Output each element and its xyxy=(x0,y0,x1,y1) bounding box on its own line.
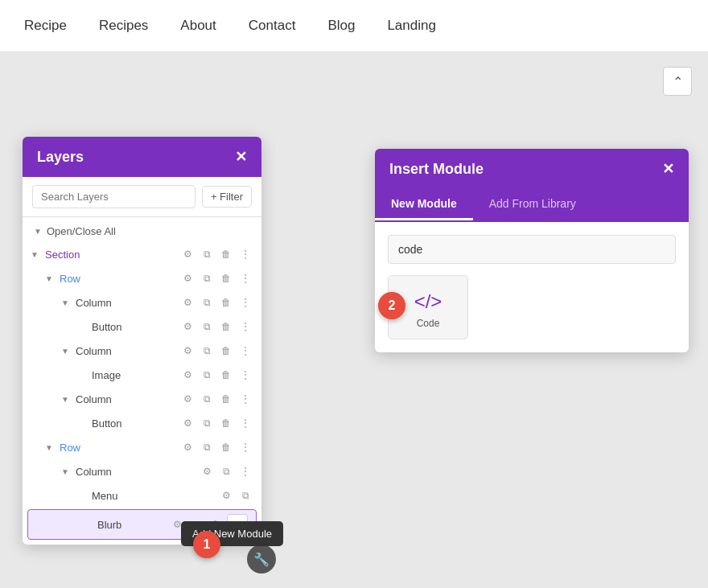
section-copy-icon[interactable]: ⧉ xyxy=(199,246,215,262)
module-card-grid: </> Code xyxy=(388,275,676,339)
col4-settings-icon[interactable]: ⚙ xyxy=(199,463,215,479)
layers-search-bar: + Filter xyxy=(23,177,261,217)
layers-panel: Layers ✕ + Filter ▼ Open/Close All ▼ Sec… xyxy=(23,137,261,545)
layer-row-col1[interactable]: ▼ Column ⚙ ⧉ 🗑 ⋮ xyxy=(23,290,261,315)
nav-item-blog[interactable]: Blog xyxy=(327,18,355,34)
col3-copy-icon[interactable]: ⧉ xyxy=(199,391,215,407)
layer-row-section[interactable]: ▼ Section ⚙ ⧉ 🗑 ⋮ xyxy=(23,242,261,266)
row2-actions: ⚙ ⧉ 🗑 ⋮ xyxy=(179,439,253,455)
row2-more-icon[interactable]: ⋮ xyxy=(237,439,253,455)
code-module-icon: </> xyxy=(414,290,442,313)
col1-delete-icon[interactable]: 🗑 xyxy=(218,294,234,310)
button2-more-icon[interactable]: ⋮ xyxy=(237,415,253,431)
col3-more-icon[interactable]: ⋮ xyxy=(237,391,253,407)
image1-delete-icon[interactable]: 🗑 xyxy=(218,367,234,383)
col1-copy-icon[interactable]: ⧉ xyxy=(199,294,215,310)
row2-caret[interactable]: ▼ xyxy=(45,443,56,452)
insert-module-close-button[interactable]: ✕ xyxy=(662,160,674,178)
insert-module-panel: Insert Module ✕ New Module Add From Libr… xyxy=(375,149,689,352)
layer-row-button1[interactable]: Button ⚙ ⧉ 🗑 ⋮ xyxy=(23,315,261,339)
row2-delete-icon[interactable]: 🗑 xyxy=(218,439,234,455)
col4-copy-icon[interactable]: ⧉ xyxy=(218,463,234,479)
section-more-icon[interactable]: ⋮ xyxy=(237,246,253,262)
menu1-settings-icon[interactable]: ⚙ xyxy=(218,487,234,504)
layers-close-button[interactable]: ✕ xyxy=(235,148,247,166)
col3-actions: ⚙ ⧉ 🗑 ⋮ xyxy=(179,391,253,407)
button2-copy-icon[interactable]: ⧉ xyxy=(199,415,215,431)
menu1-actions: ⚙ ⧉ xyxy=(218,487,253,504)
layer-row-col3[interactable]: ▼ Column ⚙ ⧉ 🗑 ⋮ xyxy=(23,387,261,411)
layer-row-row2[interactable]: ▼ Row ⚙ ⧉ 🗑 ⋮ xyxy=(23,435,261,459)
menu1-copy-icon[interactable]: ⧉ xyxy=(237,487,253,504)
open-close-all[interactable]: ▼ Open/Close All xyxy=(23,220,261,242)
image1-copy-icon[interactable]: ⧉ xyxy=(199,367,215,383)
layers-title: Layers xyxy=(37,149,84,166)
image1-more-icon[interactable]: ⋮ xyxy=(237,367,253,383)
layers-header: Layers ✕ xyxy=(23,137,261,177)
row1-actions: ⚙ ⧉ 🗑 ⋮ xyxy=(179,270,253,286)
nav-item-recipes[interactable]: Recipes xyxy=(99,18,148,34)
layer-row-col4[interactable]: ▼ Column ⚙ ⧉ ⋮ xyxy=(23,459,261,483)
insert-module-tabs: New Module Add From Library xyxy=(375,189,689,222)
col1-settings-icon[interactable]: ⚙ xyxy=(179,294,196,310)
col2-actions: ⚙ ⧉ 🗑 ⋮ xyxy=(179,343,253,359)
button2-settings-icon[interactable]: ⚙ xyxy=(179,415,196,431)
tab-new-module[interactable]: New Module xyxy=(375,189,473,220)
button2-delete-icon[interactable]: 🗑 xyxy=(218,415,234,431)
layer-row-menu1[interactable]: Menu ⚙ ⧉ xyxy=(23,483,261,508)
col2-settings-icon[interactable]: ⚙ xyxy=(179,343,196,359)
row1-delete-icon[interactable]: 🗑 xyxy=(218,270,234,286)
row1-settings-icon[interactable]: ⚙ xyxy=(179,270,196,286)
col1-caret[interactable]: ▼ xyxy=(61,298,72,307)
insert-module-header: Insert Module ✕ xyxy=(375,149,689,189)
module-search-input[interactable] xyxy=(388,235,676,264)
row1-more-icon[interactable]: ⋮ xyxy=(237,270,253,286)
image1-settings-icon[interactable]: ⚙ xyxy=(179,367,196,383)
layers-search-input[interactable] xyxy=(32,185,196,208)
nav-item-landing[interactable]: Landing xyxy=(387,18,436,34)
row1-caret[interactable]: ▼ xyxy=(45,274,56,283)
col2-delete-icon[interactable]: 🗑 xyxy=(218,343,234,359)
layer-row-image1[interactable]: Image ⚙ ⧉ 🗑 ⋮ xyxy=(23,363,261,387)
row1-copy-icon[interactable]: ⧉ xyxy=(199,270,215,286)
button1-settings-icon[interactable]: ⚙ xyxy=(179,319,196,335)
button2-actions: ⚙ ⧉ 🗑 ⋮ xyxy=(179,415,253,431)
open-close-caret: ▼ xyxy=(34,227,42,236)
nav-item-recipe[interactable]: Recipe xyxy=(24,18,67,34)
step-2-badge: 2 xyxy=(378,292,405,319)
wrench-button[interactable]: 🔧 xyxy=(247,545,276,574)
layer-tree: ▼ Open/Close All ▼ Section ⚙ ⧉ 🗑 ⋮ ▼ Row xyxy=(23,217,261,545)
tab-add-from-library[interactable]: Add From Library xyxy=(473,189,592,220)
main-area: ⌃ Layers ✕ + Filter ▼ Open/Close All ▼ S… xyxy=(0,52,708,588)
col2-caret[interactable]: ▼ xyxy=(61,347,72,356)
section-delete-icon[interactable]: 🗑 xyxy=(218,246,234,262)
nav-item-about[interactable]: About xyxy=(180,18,216,34)
chevron-up-button[interactable]: ⌃ xyxy=(663,67,692,96)
layer-row-col2[interactable]: ▼ Column ⚙ ⧉ 🗑 ⋮ xyxy=(23,339,261,363)
row2-settings-icon[interactable]: ⚙ xyxy=(179,439,196,455)
filter-button[interactable]: + Filter xyxy=(202,186,252,208)
col3-delete-icon[interactable]: 🗑 xyxy=(218,391,234,407)
button1-copy-icon[interactable]: ⧉ xyxy=(199,319,215,335)
code-module-label: Code xyxy=(417,318,440,329)
section-caret[interactable]: ▼ xyxy=(31,250,42,259)
section-settings-icon[interactable]: ⚙ xyxy=(179,246,196,262)
col3-settings-icon[interactable]: ⚙ xyxy=(179,391,196,407)
section-actions: ⚙ ⧉ 🗑 ⋮ xyxy=(179,246,253,262)
image1-actions: ⚙ ⧉ 🗑 ⋮ xyxy=(179,367,253,383)
button1-more-icon[interactable]: ⋮ xyxy=(237,319,253,335)
top-nav: RecipeRecipesAboutContactBlogLanding xyxy=(0,0,708,52)
col1-more-icon[interactable]: ⋮ xyxy=(237,294,253,310)
insert-module-body: </> Code xyxy=(375,222,689,352)
col4-caret[interactable]: ▼ xyxy=(61,467,72,476)
col2-copy-icon[interactable]: ⧉ xyxy=(199,343,215,359)
nav-item-contact[interactable]: Contact xyxy=(249,18,296,34)
button1-actions: ⚙ ⧉ 🗑 ⋮ xyxy=(179,319,253,335)
col2-more-icon[interactable]: ⋮ xyxy=(237,343,253,359)
row2-copy-icon[interactable]: ⧉ xyxy=(199,439,215,455)
layer-row-row1[interactable]: ▼ Row ⚙ ⧉ 🗑 ⋮ xyxy=(23,266,261,290)
button1-delete-icon[interactable]: 🗑 xyxy=(218,319,234,335)
layer-row-button2[interactable]: Button ⚙ ⧉ 🗑 ⋮ xyxy=(23,411,261,435)
col4-more-icon[interactable]: ⋮ xyxy=(237,463,253,479)
col3-caret[interactable]: ▼ xyxy=(61,395,72,404)
